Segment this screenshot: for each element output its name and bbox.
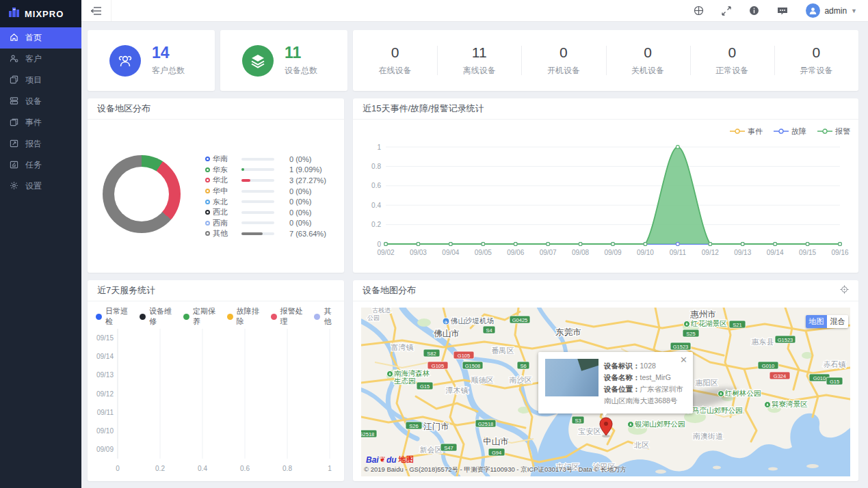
map-panel: 设备地图分布 富湾镇番禺区顺德区南沙区潭木镇惠东县赤石镇惠阳区南澳街道北区新会区… (353, 280, 858, 481)
reports-icon (10, 139, 18, 150)
events-legend-item[interactable]: 报警 (817, 126, 850, 137)
svg-text:番禺区: 番禺区 (492, 347, 514, 355)
svg-text:09/16: 09/16 (831, 249, 848, 256)
svg-text:09/10: 09/10 (96, 427, 114, 435)
services-legend-item[interactable]: 日常巡检 (96, 306, 131, 327)
svg-text:G010: G010 (813, 375, 826, 381)
donut-legend-item[interactable]: 华北3 (27.27%) (205, 175, 326, 186)
legend-ring-icon (205, 189, 210, 193)
region-donut-legend: 华南0 (0%)华东1 (9.09%)华北3 (27.27%)华中0 (0%)东… (205, 154, 326, 272)
device-total-card: 11 设备总数 (220, 30, 347, 91)
sidebar-item-tasks[interactable]: 任务 (0, 154, 81, 176)
baidu-logo: Bai❦du 地图 (366, 455, 414, 465)
sidebar-item-reports[interactable]: 报告 (0, 133, 81, 154)
svg-text:09/15: 09/15 (96, 334, 114, 342)
locate-icon[interactable] (840, 285, 849, 296)
svg-text:0.4: 0.4 (371, 202, 381, 209)
svg-text:0: 0 (116, 465, 120, 472)
svg-text:09/06: 09/06 (507, 249, 524, 256)
svg-text:09/03: 09/03 (410, 249, 427, 256)
svg-text:G15: G15 (830, 379, 839, 385)
avatar (806, 3, 820, 18)
device-info-rows: 设备标识：1028设备名称：test_MirG设备位置：广东省深圳市南山区南海大… (604, 359, 686, 407)
svg-text:G1523: G1523 (778, 337, 793, 343)
donut-legend-item[interactable]: 东北0 (0%) (205, 196, 326, 207)
svg-text:佛山沙堤机场: 佛山沙堤机场 (450, 316, 494, 325)
services-legend-item[interactable]: 其他 (314, 306, 336, 327)
services-legend-item[interactable]: 定期保养 (183, 306, 218, 327)
svg-text:惠州市: 惠州市 (689, 310, 716, 319)
info-icon[interactable] (749, 5, 759, 16)
dashboard-content: 14 客户总数 11 设备总数 0在线设备 11离线设备 0 (81, 22, 868, 488)
sidebar-item-home[interactable]: 首页 (0, 27, 81, 49)
svg-text:红花湖景区: 红花湖景区 (690, 319, 727, 327)
svg-text:G2518: G2518 (478, 421, 494, 427)
services-legend-item[interactable]: 故障排除 (227, 306, 262, 327)
svg-text:0.8: 0.8 (282, 465, 292, 472)
svg-text:S3: S3 (575, 418, 581, 424)
message-icon[interactable] (777, 6, 788, 16)
donut-legend-item[interactable]: 西南0 (0%) (205, 218, 326, 229)
menu-fold-icon[interactable] (81, 0, 111, 21)
svg-text:S4: S4 (486, 327, 492, 334)
svg-text:G15: G15 (420, 383, 430, 390)
svg-text:S25: S25 (686, 331, 695, 337)
stat-online: 0在线设备 (353, 44, 437, 77)
svg-text:巽寮湾景区: 巽寮湾景区 (772, 400, 808, 408)
home-icon (10, 33, 18, 44)
stat-abnormal: 0异常设备 (774, 44, 858, 77)
legend-ring-icon (205, 157, 210, 161)
stat-power-off: 0关机设备 (606, 44, 690, 77)
svg-text:马峦山郊野公园: 马峦山郊野公园 (692, 406, 743, 414)
donut-legend-item[interactable]: 华东1 (9.09%) (205, 165, 326, 176)
services-panel: 近7天服务统计 日常巡检设备维修定期保养故障排除报警处理其他 00.20.40.… (88, 280, 344, 481)
svg-text:顺德区: 顺德区 (471, 376, 494, 384)
apps-icon[interactable] (694, 5, 704, 16)
svg-text:09/14: 09/14 (96, 353, 114, 360)
svg-text:0: 0 (377, 241, 381, 248)
svg-text:S47: S47 (444, 445, 453, 451)
sidebar-item-customers[interactable]: 客户 (0, 49, 81, 70)
services-legend-item[interactable]: 设备维修 (140, 306, 174, 327)
stat-power-on: 0开机设备 (521, 44, 605, 77)
svg-text:南沙区: 南沙区 (510, 376, 532, 384)
charts-row-2: 近7天服务统计 日常巡检设备维修定期保养故障排除报警处理其他 00.20.40.… (88, 280, 858, 481)
summary-row: 14 客户总数 11 设备总数 0在线设备 11离线设备 0 (88, 30, 858, 91)
sidebar-item-settings[interactable]: 设置 (0, 176, 81, 197)
gear-icon (10, 181, 18, 192)
svg-text:09/11: 09/11 (97, 409, 114, 416)
user-menu[interactable]: admin ▼ (806, 3, 857, 18)
main-area: admin ▼ 14 客户总数 (81, 0, 868, 488)
svg-text:G2518: G2518 (361, 431, 374, 437)
stat-normal: 0正常设备 (690, 44, 774, 77)
legend-ring-icon (205, 231, 210, 236)
svg-text:富湾镇: 富湾镇 (391, 343, 414, 351)
services-legend-item[interactable]: 报警处理 (271, 306, 306, 327)
sidebar-item-events[interactable]: 事件 (0, 112, 81, 133)
events-legend-item[interactable]: 事件 (730, 126, 763, 137)
map-panel-title: 设备地图分布 (363, 284, 416, 297)
donut-legend-item[interactable]: 华中0 (0%) (205, 186, 326, 197)
svg-text:G0425: G0425 (512, 317, 528, 323)
events-legend-item[interactable]: 故障 (774, 126, 806, 137)
sidebar-item-projects[interactable]: 项目 (0, 70, 81, 91)
map-type-hybrid-button[interactable]: 混合 (827, 315, 848, 328)
svg-text:新会区: 新会区 (420, 446, 443, 454)
events-line-chart: 00.20.40.60.8109/0209/0309/0409/0509/060… (361, 137, 850, 269)
close-icon[interactable]: ✕ (680, 355, 687, 364)
layers-icon (242, 45, 274, 77)
svg-text:1: 1 (328, 465, 332, 472)
map-type-map-button[interactable]: 地图 (806, 315, 827, 328)
fullscreen-icon[interactable] (722, 6, 731, 16)
devices-icon (10, 96, 18, 107)
donut-legend-item[interactable]: 西北0 (0%) (205, 207, 326, 218)
services-bar-chart: 00.20.40.60.8109/0909/1009/1109/1209/130… (96, 325, 336, 478)
svg-text:09/05: 09/05 (475, 249, 492, 256)
donut-legend-item[interactable]: 其他7 (63.64%) (205, 228, 326, 239)
events-chart-legend: 事件故障报警 (361, 120, 850, 137)
baidu-map[interactable]: 富湾镇番禺区顺德区南沙区潭木镇惠东县赤石镇惠阳区南澳街道北区新会区屯门区沙田区宝… (361, 308, 850, 476)
sidebar-item-devices[interactable]: 设备 (0, 91, 81, 112)
device-info-row: 设备标识：1028 (604, 360, 686, 372)
map-type-toggle: 地图 混合 (806, 315, 848, 328)
donut-legend-item[interactable]: 华南0 (0%) (205, 154, 326, 165)
